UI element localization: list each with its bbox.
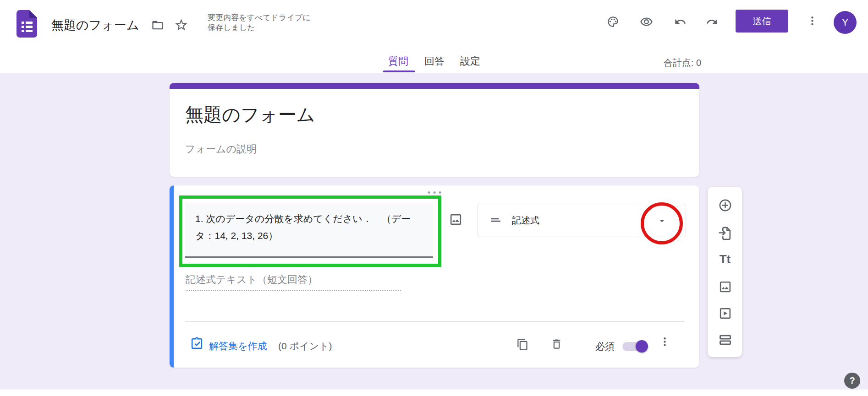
required-label: 必須 bbox=[595, 340, 615, 353]
account-avatar[interactable]: Y bbox=[834, 11, 857, 34]
move-to-folder-icon[interactable] bbox=[151, 19, 164, 32]
add-question-icon[interactable] bbox=[718, 198, 732, 212]
drag-handle-icon[interactable] bbox=[428, 191, 441, 194]
question-type-label: 記述式 bbox=[512, 214, 539, 227]
create-answer-key-link[interactable]: 解答集を作成 bbox=[209, 340, 267, 353]
question-footer-divider bbox=[185, 321, 685, 322]
duplicate-question-icon[interactable] bbox=[516, 338, 529, 351]
question-accent-bar bbox=[170, 185, 174, 368]
star-icon[interactable] bbox=[174, 18, 188, 32]
points-label: (0 ポイント) bbox=[278, 340, 332, 353]
active-tab-indicator bbox=[383, 71, 415, 72]
theme-palette-icon[interactable] bbox=[607, 16, 619, 28]
add-video-icon[interactable] bbox=[718, 306, 732, 320]
help-glyph: ? bbox=[849, 375, 855, 386]
form-description-input[interactable]: フォームの説明 bbox=[185, 142, 257, 156]
delete-question-icon[interactable] bbox=[550, 338, 563, 350]
title-card-accent-bar bbox=[170, 83, 699, 89]
tab-settings[interactable]: 設定 bbox=[460, 54, 480, 68]
top-header: 無題のフォーム 変更内容をすべてドライブに保存しました 送信 Y 質問 回答 設… bbox=[0, 0, 868, 73]
question-more-options-icon[interactable] bbox=[659, 336, 670, 347]
document-title-input[interactable]: 無題のフォーム bbox=[51, 17, 139, 33]
preview-eye-icon[interactable] bbox=[640, 15, 653, 28]
send-button[interactable]: 送信 bbox=[736, 10, 788, 33]
question-card: 1. 次のデータの分散を求めてください． （データ：14, 2, 13, 26）… bbox=[170, 185, 699, 368]
more-options-icon[interactable] bbox=[807, 15, 818, 27]
question-type-dropdown[interactable]: 記述式 bbox=[478, 204, 686, 237]
bottom-strip bbox=[0, 390, 868, 396]
dropdown-arrow-icon[interactable] bbox=[657, 216, 667, 226]
tab-responses[interactable]: 回答 bbox=[424, 54, 445, 68]
form-title-card: 無題のフォーム フォームの説明 bbox=[170, 83, 699, 177]
add-question-image-icon[interactable] bbox=[449, 212, 463, 227]
add-section-icon[interactable] bbox=[718, 332, 732, 347]
footer-divider bbox=[585, 332, 585, 358]
toggle-thumb bbox=[636, 340, 648, 353]
question-toolbar: Tt bbox=[708, 187, 742, 357]
tab-questions[interactable]: 質問 bbox=[388, 54, 408, 68]
short-answer-icon bbox=[489, 213, 503, 228]
answer-key-icon[interactable] bbox=[190, 336, 204, 351]
forms-logo-icon[interactable] bbox=[16, 10, 37, 38]
form-title-input[interactable]: 無題のフォーム bbox=[185, 102, 315, 127]
redo-icon[interactable] bbox=[706, 16, 718, 28]
save-status[interactable]: 変更内容をすべてドライブに保存しました bbox=[208, 13, 314, 33]
import-questions-icon[interactable] bbox=[718, 225, 732, 240]
google-forms-editor: 無題のフォーム 変更内容をすべてドライブに保存しました 送信 Y 質問 回答 設… bbox=[0, 0, 868, 396]
question-text-input[interactable]: 1. 次のデータの分散を求めてください． （データ：14, 2, 13, 26） bbox=[185, 203, 433, 258]
required-toggle[interactable] bbox=[622, 342, 648, 351]
add-image-icon[interactable] bbox=[718, 279, 732, 294]
total-points-label: 合計点: 0 bbox=[664, 57, 701, 69]
question-text: 1. 次のデータの分散を求めてください． （データ：14, 2, 13, 26） bbox=[195, 213, 411, 241]
add-title-icon[interactable]: Tt bbox=[718, 252, 732, 266]
answer-underline bbox=[186, 279, 401, 291]
help-button[interactable]: ? bbox=[844, 373, 860, 389]
undo-icon[interactable] bbox=[674, 16, 687, 28]
